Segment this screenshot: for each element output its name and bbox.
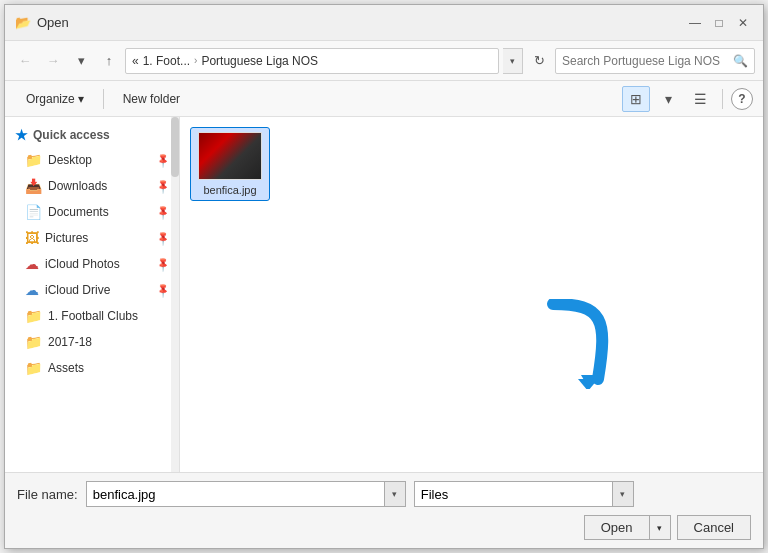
sidebar-item-documents[interactable]: 📄 Documents 📌 xyxy=(5,199,179,225)
organize-button[interactable]: Organize ▾ xyxy=(15,88,95,110)
sidebar-item-downloads[interactable]: 📥 Downloads 📌 xyxy=(5,173,179,199)
action-row: Open ▾ Cancel xyxy=(17,515,751,540)
organize-label: Organize xyxy=(26,92,75,106)
pictures-pin-icon: 📌 xyxy=(155,230,171,246)
close-button[interactable]: ✕ xyxy=(733,13,753,33)
toolbar-right: ⊞ ▾ ☰ ? xyxy=(622,86,753,112)
file-area[interactable]: benfica.jpg xyxy=(180,117,763,472)
sidebar-item-assets[interactable]: 📁 Assets xyxy=(5,355,179,381)
title-bar-controls: — □ ✕ xyxy=(685,13,753,33)
address-path[interactable]: « 1. Foot... › Portuguese Liga NOS xyxy=(125,48,499,74)
refresh-button[interactable]: ↻ xyxy=(527,49,551,73)
pictures-folder-icon: 🖼 xyxy=(25,230,39,246)
sidebar-item-assets-label: Assets xyxy=(48,361,169,375)
sidebar-scrollbar-track[interactable] xyxy=(171,117,179,472)
icloud-drive-icon: ☁ xyxy=(25,282,39,298)
address-dropdown-btn[interactable]: ▾ xyxy=(503,48,523,74)
minimize-button[interactable]: — xyxy=(685,13,705,33)
new-folder-button[interactable]: New folder xyxy=(112,88,191,110)
assets-folder-icon: 📁 xyxy=(25,360,42,376)
forward-button[interactable]: → xyxy=(41,49,65,73)
details-view-button[interactable]: ☰ xyxy=(686,86,714,112)
path-segment-1: « xyxy=(132,54,139,68)
sidebar-item-desktop[interactable]: 📁 Desktop 📌 xyxy=(5,147,179,173)
dropdown-nav-button[interactable]: ▾ xyxy=(69,49,93,73)
sidebar-item-icloud-drive-label: iCloud Drive xyxy=(45,283,151,297)
blue-arrow-icon xyxy=(533,299,613,389)
icloud-photos-icon: ☁ xyxy=(25,256,39,272)
desktop-folder-icon: 📁 xyxy=(25,152,42,168)
search-box: 🔍 xyxy=(555,48,755,74)
documents-pin-icon: 📌 xyxy=(155,204,171,220)
benfica-filename: benfica.jpg xyxy=(203,184,256,196)
filename-dropdown-btn[interactable]: ▾ xyxy=(384,481,406,507)
new-folder-label: New folder xyxy=(123,92,180,106)
sidebar-item-football-clubs[interactable]: 📁 1. Football Clubs xyxy=(5,303,179,329)
up-button[interactable]: ↑ xyxy=(97,49,121,73)
thumbnail-image xyxy=(199,133,261,179)
filetype-input[interactable] xyxy=(414,481,612,507)
svg-marker-2 xyxy=(581,375,595,387)
toolbar-separator xyxy=(103,89,104,109)
title-bar: 📂 Open — □ ✕ xyxy=(5,5,763,41)
quick-access-label: Quick access xyxy=(33,128,110,142)
sidebar-item-icloud-photos[interactable]: ☁ iCloud Photos 📌 xyxy=(5,251,179,277)
toolbar: Organize ▾ New folder ⊞ ▾ ☰ ? xyxy=(5,81,763,117)
sidebar-scrollbar-thumb[interactable] xyxy=(171,117,179,177)
sidebar-item-documents-label: Documents xyxy=(48,205,151,219)
sidebar-item-icloud-drive[interactable]: ☁ iCloud Drive 📌 xyxy=(5,277,179,303)
filename-row: File name: ▾ ▾ xyxy=(17,481,751,507)
address-bar: ← → ▾ ↑ « 1. Foot... › Portuguese Liga N… xyxy=(5,41,763,81)
svg-marker-1 xyxy=(578,379,598,389)
maximize-button[interactable]: □ xyxy=(709,13,729,33)
dropdown-view-button[interactable]: ▾ xyxy=(654,86,682,112)
sidebar-item-icloud-photos-label: iCloud Photos xyxy=(45,257,151,271)
sidebar-item-downloads-label: Downloads xyxy=(48,179,151,193)
sidebar-item-2017-18[interactable]: 📁 2017-18 xyxy=(5,329,179,355)
main-content: ★ Quick access 📁 Desktop 📌 📥 Downloads 📌… xyxy=(5,117,763,472)
title-bar-icon: 📂 xyxy=(15,15,31,31)
toolbar-sep-2 xyxy=(722,89,723,109)
desktop-pin-icon: 📌 xyxy=(155,152,171,168)
sidebar-item-pictures-label: Pictures xyxy=(45,231,151,245)
bottom-bar: File name: ▾ ▾ Open ▾ Cancel xyxy=(5,472,763,548)
sidebar-item-pictures[interactable]: 🖼 Pictures 📌 xyxy=(5,225,179,251)
path-separator: › xyxy=(194,55,197,66)
search-input[interactable] xyxy=(562,54,729,68)
documents-folder-icon: 📄 xyxy=(25,204,42,220)
open-dialog: 📂 Open — □ ✕ ← → ▾ ↑ « 1. Foot... › Port… xyxy=(4,4,764,549)
open-dropdown-btn[interactable]: ▾ xyxy=(649,515,671,540)
organize-dropdown-icon: ▾ xyxy=(78,92,84,106)
open-button-wrap: Open ▾ xyxy=(584,515,671,540)
filetype-wrap: ▾ xyxy=(414,481,634,507)
filename-label: File name: xyxy=(17,487,78,502)
arrow-overlay xyxy=(533,299,613,392)
open-button[interactable]: Open xyxy=(584,515,649,540)
help-button[interactable]: ? xyxy=(731,88,753,110)
title-bar-title: Open xyxy=(37,15,685,30)
2017-18-folder-icon: 📁 xyxy=(25,334,42,350)
downloads-folder-icon: 📥 xyxy=(25,178,42,194)
sidebar-item-2017-18-label: 2017-18 xyxy=(48,335,169,349)
file-item-benfica[interactable]: benfica.jpg xyxy=(190,127,270,201)
path-segment-current: Portuguese Liga NOS xyxy=(201,54,318,68)
search-icon[interactable]: 🔍 xyxy=(733,54,748,68)
sidebar: ★ Quick access 📁 Desktop 📌 📥 Downloads 📌… xyxy=(5,117,180,472)
icloud-drive-pin-icon: 📌 xyxy=(155,282,171,298)
cancel-button[interactable]: Cancel xyxy=(677,515,751,540)
path-segment-2: 1. Foot... xyxy=(143,54,190,68)
icloud-photos-pin-icon: 📌 xyxy=(155,256,171,272)
benfica-thumbnail xyxy=(198,132,262,180)
filename-input-wrap: ▾ xyxy=(86,481,406,507)
filetype-dropdown-btn[interactable]: ▾ xyxy=(612,481,634,507)
downloads-pin-icon: 📌 xyxy=(155,178,171,194)
quick-access-star-icon: ★ xyxy=(15,127,28,143)
sidebar-item-football-clubs-label: 1. Football Clubs xyxy=(48,309,169,323)
sidebar-item-desktop-label: Desktop xyxy=(48,153,151,167)
back-button[interactable]: ← xyxy=(13,49,37,73)
football-clubs-folder-icon: 📁 xyxy=(25,308,42,324)
sidebar-section-quick-access: ★ Quick access xyxy=(5,123,179,147)
filename-input[interactable] xyxy=(86,481,384,507)
large-icons-view-button[interactable]: ⊞ xyxy=(622,86,650,112)
file-grid: benfica.jpg xyxy=(190,127,753,201)
